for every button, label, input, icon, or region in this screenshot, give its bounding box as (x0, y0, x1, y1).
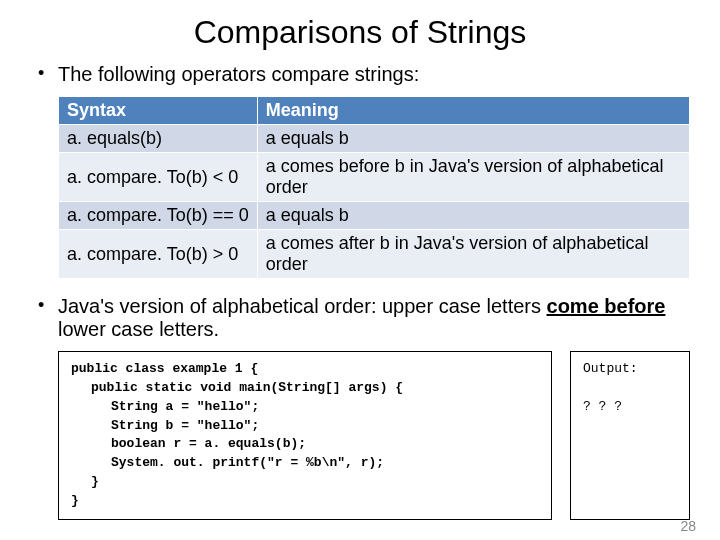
output-value: ? ? ? (583, 399, 622, 414)
code-line: String b = "hello"; (71, 417, 539, 436)
code-line: public class example 1 { (71, 361, 258, 376)
table-row: a. equals(b) a equals b (59, 125, 690, 153)
comparison-table: Syntax Meaning a. equals(b) a equals b a… (58, 96, 690, 279)
page-title: Comparisons of Strings (30, 14, 690, 51)
note-underlined: come before (547, 295, 666, 317)
cell-meaning: a comes before b in Java's version of al… (257, 153, 689, 202)
cell-syntax: a. compare. To(b) < 0 (59, 153, 258, 202)
header-syntax: Syntax (59, 97, 258, 125)
code-line: boolean r = a. equals(b); (71, 435, 539, 454)
cell-meaning: a equals b (257, 202, 689, 230)
output-label: Output: (583, 361, 638, 376)
output-block: Output: ? ? ? (570, 351, 690, 520)
code-line: } (71, 493, 79, 508)
code-line: System. out. printf("r = %b\n", r); (71, 454, 539, 473)
cell-meaning: a comes after b in Java's version of alp… (257, 230, 689, 279)
code-line: public static void main(String[] args) { (71, 379, 539, 398)
code-block: public class example 1 { public static v… (58, 351, 552, 520)
table-row: a. compare. To(b) == 0 a equals b (59, 202, 690, 230)
code-line: } (71, 473, 539, 492)
note-text-before: Java's version of alphabetical order: up… (58, 295, 547, 317)
table-row: a. compare. To(b) < 0 a comes before b i… (59, 153, 690, 202)
cell-meaning: a equals b (257, 125, 689, 153)
cell-syntax: a. equals(b) (59, 125, 258, 153)
table-row: a. compare. To(b) > 0 a comes after b in… (59, 230, 690, 279)
note-bullet: Java's version of alphabetical order: up… (30, 295, 690, 341)
cell-syntax: a. compare. To(b) > 0 (59, 230, 258, 279)
cell-syntax: a. compare. To(b) == 0 (59, 202, 258, 230)
header-meaning: Meaning (257, 97, 689, 125)
note-text-after: lower case letters. (58, 318, 219, 340)
code-line: String a = "hello"; (71, 398, 539, 417)
intro-bullet: The following operators compare strings: (30, 63, 690, 86)
page-number: 28 (680, 518, 696, 534)
